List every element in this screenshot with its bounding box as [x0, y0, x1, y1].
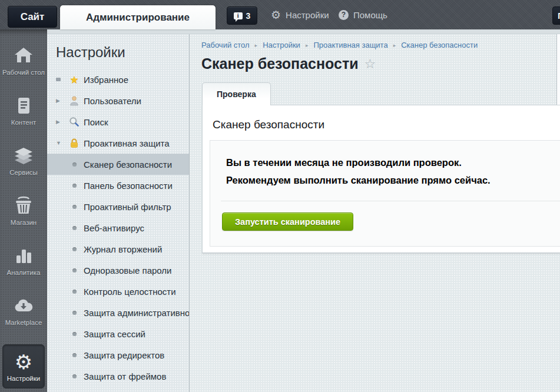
- topbar-settings-button[interactable]: ⚙ Настройки: [271, 0, 329, 29]
- document-icon: [13, 94, 34, 117]
- dot-bullet: [67, 226, 81, 230]
- divider: [221, 201, 560, 201]
- cloud-download-icon: [13, 294, 34, 317]
- basket-icon: [13, 194, 34, 217]
- sidebar-item-desktop[interactable]: Рабочий стол: [0, 44, 47, 94]
- scrollbar-track[interactable]: [556, 29, 560, 105]
- warning-message-line1: Вы в течении месяца не производили прове…: [226, 154, 491, 171]
- page-title-row: Сканер безопасности ☆: [201, 55, 376, 72]
- bullet-marker: [56, 78, 67, 81]
- start-scan-button[interactable]: Запустить сканирование: [222, 212, 353, 231]
- dot-bullet: [67, 353, 81, 357]
- lock-icon: [67, 138, 81, 148]
- dot-bullet: [67, 162, 81, 167]
- menu-item-proactive-protection[interactable]: ▼ Проактивная защита: [47, 132, 189, 154]
- chevron-right-icon[interactable]: ▶: [56, 119, 67, 125]
- search-icon: [67, 117, 81, 127]
- menu-item-favorites[interactable]: ★ Избранное: [47, 69, 189, 90]
- menu-item-proactive-filter[interactable]: Проактивный фильтр: [47, 196, 189, 217]
- breadcrumb-link[interactable]: Рабочий стол: [201, 41, 250, 49]
- dot-bullet: [67, 311, 81, 315]
- topbar-help-label: Помощь: [353, 10, 387, 20]
- start-scan-button-label: Запустить сканирование: [235, 217, 340, 227]
- layers-icon: [13, 144, 34, 167]
- star-icon: ★: [67, 75, 81, 85]
- site-tab-label: Сайт: [21, 11, 45, 23]
- info-bubble-icon: i: [234, 12, 243, 19]
- dot-bullet: [67, 247, 81, 251]
- menu-item-label: Проактивный фильтр: [84, 202, 171, 212]
- site-tab[interactable]: Сайт: [8, 6, 57, 28]
- menu-item-security-panel[interactable]: Панель безопасности: [47, 175, 189, 196]
- notification-badge[interactable]: i 3: [227, 6, 257, 25]
- breadcrumb-link[interactable]: Сканер безопасности: [401, 41, 478, 49]
- menu-item-redirect-protection[interactable]: Защита редиректов: [47, 344, 189, 366]
- panel-heading: Сканер безопасности: [213, 118, 324, 131]
- menu-item-label: Защита редиректов: [84, 350, 164, 360]
- partial-clipped-button[interactable]: П: [552, 6, 560, 25]
- admin-tab[interactable]: Администрирование: [60, 5, 216, 29]
- menu-item-users[interactable]: ▶ Пользователи: [47, 90, 189, 111]
- sidebar-item-shop[interactable]: Магазин: [0, 194, 47, 244]
- breadcrumb-link[interactable]: Проактивная защита: [313, 41, 387, 49]
- main-area: Рабочий стол ▸ Настройки ▸ Проактивная з…: [190, 34, 560, 392]
- menu-item-label: Поиск: [84, 117, 108, 127]
- topbar-settings-label: Настройки: [286, 10, 329, 20]
- menu-item-label: Веб-антивирус: [84, 223, 144, 233]
- menu-item-label: Защита административно: [84, 308, 189, 318]
- chevron-right-icon[interactable]: ▶: [56, 98, 67, 104]
- warning-message-line2: Рекомендуем выполнить сканирование прямо…: [226, 171, 491, 189]
- sidebar-item-label: Аналитика: [1, 269, 47, 277]
- sidebar-item-services[interactable]: Сервисы: [0, 144, 47, 194]
- gear-icon: ⚙: [15, 350, 32, 373]
- dot-bullet: [67, 332, 81, 336]
- notification-count: 3: [246, 11, 251, 21]
- sidebar-item-label: Настройки: [1, 375, 47, 383]
- menu-item-one-time-passwords[interactable]: Одноразовые пароли: [47, 260, 189, 281]
- sidebar-item-label: Сервисы: [1, 169, 47, 177]
- tab-label: Проверка: [217, 89, 256, 99]
- sidebar-item-settings[interactable]: ⚙ Настройки: [2, 344, 45, 388]
- bar-chart-icon: [13, 244, 34, 267]
- topbar-help-button[interactable]: ? Помощь: [339, 0, 387, 29]
- menu-item-session-protection[interactable]: Защита сессий: [47, 323, 189, 344]
- menu-item-label: Избранное: [84, 75, 128, 85]
- sidebar-item-analytics[interactable]: Аналитика: [0, 244, 47, 294]
- home-icon: [13, 44, 34, 67]
- menu-item-integrity-control[interactable]: Контроль целостности: [47, 281, 189, 302]
- menu-item-label: Одноразовые пароли: [84, 265, 172, 275]
- content-top-strip: [47, 29, 560, 34]
- breadcrumb-link[interactable]: Настройки: [263, 41, 300, 49]
- admin-tab-label: Администрирование: [86, 12, 190, 24]
- warning-message: Вы в течении месяца не производили прове…: [226, 154, 491, 189]
- favorite-star-icon[interactable]: ☆: [365, 58, 376, 71]
- content-panel: Сканер безопасности Вы в течении месяца …: [202, 105, 560, 253]
- gear-icon: ⚙: [271, 9, 281, 21]
- menu-item-label: Защита сессий: [84, 329, 145, 339]
- dot-bullet: [67, 290, 81, 294]
- user-icon: [67, 95, 81, 106]
- page-title: Сканер безопасности: [201, 55, 359, 72]
- menu-item-security-scanner[interactable]: Сканер безопасности: [47, 154, 189, 175]
- chevron-down-icon[interactable]: ▼: [56, 140, 67, 146]
- sidebar-item-marketplace[interactable]: Marketplace: [0, 294, 47, 344]
- menu-item-admin-protection[interactable]: Защита административно: [47, 302, 189, 323]
- top-bar: Сайт Администрирование i 3 ⚙ Настройки ?…: [0, 0, 560, 29]
- menu-item-frame-protection[interactable]: Защита от фреймов: [47, 366, 189, 387]
- tab-check[interactable]: Проверка: [202, 82, 271, 105]
- settings-menu: Настройки ★ Избранное ▶ Пользователи ▶ П…: [47, 34, 190, 392]
- menu-item-label: Защита от фреймов: [84, 371, 166, 381]
- question-icon: ?: [339, 10, 349, 20]
- breadcrumb-separator-icon: ▸: [306, 42, 309, 48]
- dot-bullet: [67, 184, 81, 188]
- menu-item-label: Проактивная защита: [84, 138, 170, 148]
- menu-item-search[interactable]: ▶ Поиск: [47, 111, 189, 132]
- sidebar-item-content[interactable]: Контент: [0, 94, 47, 144]
- menu-item-web-antivirus[interactable]: Веб-антивирус: [47, 217, 189, 238]
- sidebar-item-label: Магазин: [1, 219, 47, 227]
- menu-item-label: Панель безопасности: [84, 181, 173, 191]
- partial-clipped-button-label: П: [558, 11, 560, 21]
- breadcrumb-separator-icon: ▸: [255, 42, 258, 48]
- menu-item-intrusion-log[interactable]: Журнал вторжений: [47, 238, 189, 260]
- breadcrumb: Рабочий стол ▸ Настройки ▸ Проактивная з…: [201, 41, 478, 49]
